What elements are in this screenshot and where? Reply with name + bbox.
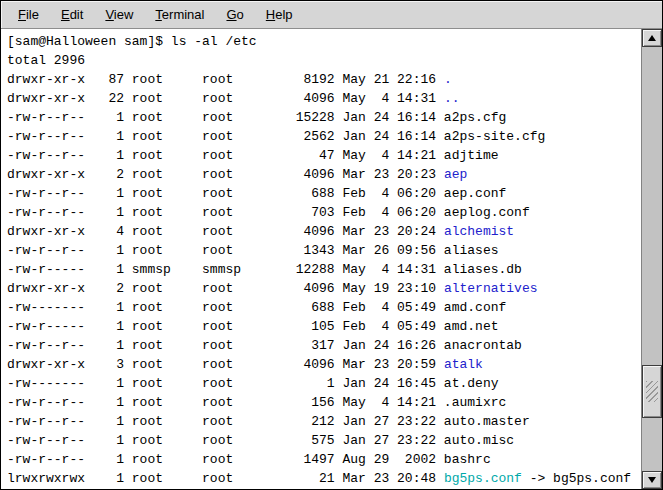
text-segment: -rw-r--r-- 1 root root 575 Jan 27 23:22 … [7, 433, 514, 448]
text-segment: -rw------- 1 root root 688 Feb 4 05:49 a… [7, 300, 506, 315]
terminal-line: total 2996 [7, 51, 641, 70]
scroll-down-icon [648, 477, 656, 483]
menu-item-help[interactable]: Help [255, 4, 304, 26]
text-segment: -rw-r--r-- 1 root root 2562 Jan 24 16:14… [7, 129, 545, 144]
scroll-up-icon [648, 35, 656, 41]
terminal-line: -rw-r--r-- 1 root root 575 Jan 27 23:22 … [7, 431, 641, 450]
directory-name: aep [444, 167, 467, 182]
terminal-line: -rw------- 1 root root 688 Feb 4 05:49 a… [7, 298, 641, 317]
directory-name: alternatives [444, 281, 538, 296]
terminal-line: drwxr-xr-x 2 root root 4096 May 19 23:10… [7, 279, 641, 298]
menu-item-edit[interactable]: Edit [50, 4, 94, 26]
text-segment: lrwxrwxrwx 1 root root 21 Mar 23 20:48 [7, 471, 444, 486]
terminal-line: drwxr-xr-x 22 root root 4096 May 4 14:31… [7, 89, 641, 108]
terminal-line: -rw-r--r-- 1 root root 156 May 4 14:21 .… [7, 393, 641, 412]
terminal-line: drwxr-xr-x 4 root root 4096 Mar 23 20:24… [7, 222, 641, 241]
scrollbar-trough[interactable] [642, 47, 662, 471]
text-segment: drwxr-xr-x 87 root root 8192 May 21 22:1… [7, 72, 444, 87]
menu-item-go[interactable]: Go [215, 4, 254, 26]
text-segment: drwxr-xr-x 22 root root 4096 May 4 14:31 [7, 91, 444, 106]
terminal-line: -rw-r--r-- 1 root root 688 Feb 4 06:20 a… [7, 184, 641, 203]
text-segment: -rw-r--r-- 1 root root 317 Jan 24 16:26 … [7, 338, 522, 353]
text-segment: drwxr-xr-x 4 root root 4096 Mar 23 20:24 [7, 224, 444, 239]
terminal-line: drwxr-xr-x 3 root root 4096 Mar 23 20:59… [7, 355, 641, 374]
text-segment: -> bg5ps.conf [522, 471, 631, 486]
text-segment: drwxr-xr-x 3 root root 4096 Mar 23 20:59 [7, 357, 444, 372]
text-segment: -rw-r----- 1 smmsp smmsp 12288 May 4 14:… [7, 262, 522, 277]
terminal-line: -rw------- 1 root root 1 Jan 24 16:45 at… [7, 374, 641, 393]
text-segment: -rw-r--r-- 1 root root 688 Feb 4 06:20 a… [7, 186, 506, 201]
terminal-line: -rw-r--r-- 1 root root 47 May 4 14:21 ad… [7, 146, 641, 165]
text-segment: [sam@Halloween sam]$ ls -al /etc [7, 34, 257, 49]
terminal-content: [sam@Halloween sam]$ ls -al /etctotal 29… [1, 29, 662, 489]
terminal-line: lrwxrwxrwx 1 root root 21 Mar 23 20:48 b… [7, 469, 641, 488]
text-segment: -rw-r--r-- 1 root root 1343 Mar 26 09:56… [7, 243, 498, 258]
menu-item-file[interactable]: File [7, 4, 50, 26]
directory-name: . [444, 72, 452, 87]
terminal-line: -rw-r--r-- 1 root root 703 Feb 4 06:20 a… [7, 203, 641, 222]
text-segment: -rw-r--r-- 1 root root 47 May 4 14:21 ad… [7, 148, 498, 163]
directory-name: atalk [444, 357, 483, 372]
terminal-line: -rw-r--r-- 1 root root 317 Jan 24 16:26 … [7, 336, 641, 355]
terminal-line: drwxr-xr-x 2 root root 4096 Mar 23 20:23… [7, 165, 641, 184]
text-segment: -rw------- 1 root root 1 Jan 24 16:45 at… [7, 376, 498, 391]
text-segment: -rw-r--r-- 1 root root 212 Jan 27 23:22 … [7, 414, 530, 429]
text-segment: -rw-r--r-- 1 root root 1497 Aug 29 2002 … [7, 452, 491, 467]
terminal-line: -rw-r--r-- 1 root root 15228 Jan 24 16:1… [7, 108, 641, 127]
terminal-line: [sam@Halloween sam]$ ls -al /etc [7, 32, 641, 51]
text-segment: drwxr-xr-x 2 root root 4096 Mar 23 20:23 [7, 167, 444, 182]
menu-bar: FileEditViewTerminalGoHelp [1, 1, 662, 29]
scrollbar-thumb[interactable] [642, 365, 662, 418]
terminal-window: FileEditViewTerminalGoHelp [sam@Hallowee… [0, 0, 663, 490]
text-segment: -rw-r----- 1 root root 105 Feb 4 05:49 a… [7, 319, 498, 334]
terminal-line: -rw-r----- 1 root root 105 Feb 4 05:49 a… [7, 317, 641, 336]
terminal-line: -rw-r----- 1 smmsp smmsp 12288 May 4 14:… [7, 260, 641, 279]
text-segment: total 2996 [7, 53, 85, 68]
terminal-line: drwxr-xr-x 87 root root 8192 May 21 22:1… [7, 70, 641, 89]
menu-item-view[interactable]: View [94, 4, 144, 26]
terminal-line: -rw-r--r-- 1 root root 1497 Aug 29 2002 … [7, 450, 641, 469]
directory-name: alchemist [444, 224, 514, 239]
text-segment: drwxr-xr-x 2 root root 4096 May 19 23:10 [7, 281, 444, 296]
terminal-line: -rw-r--r-- 1 root root 212 Jan 27 23:22 … [7, 412, 641, 431]
symlink-name: bg5ps.conf [444, 471, 522, 486]
terminal-line: -rw-r--r-- 1 root root 1343 Mar 26 09:56… [7, 241, 641, 260]
text-segment: -rw-r--r-- 1 root root 156 May 4 14:21 .… [7, 395, 506, 410]
text-segment: -rw-r--r-- 1 root root 15228 Jan 24 16:1… [7, 110, 506, 125]
directory-name: .. [444, 91, 460, 106]
scrollbar-up-button[interactable] [642, 29, 662, 47]
menu-item-terminal[interactable]: Terminal [144, 4, 215, 26]
terminal-screen[interactable]: [sam@Halloween sam]$ ls -al /etctotal 29… [1, 29, 641, 489]
text-segment: -rw-r--r-- 1 root root 703 Feb 4 06:20 a… [7, 205, 530, 220]
scrollbar [641, 29, 662, 489]
terminal-line: -rw-r--r-- 1 root root 2562 Jan 24 16:14… [7, 127, 641, 146]
scrollbar-down-button[interactable] [642, 471, 662, 489]
